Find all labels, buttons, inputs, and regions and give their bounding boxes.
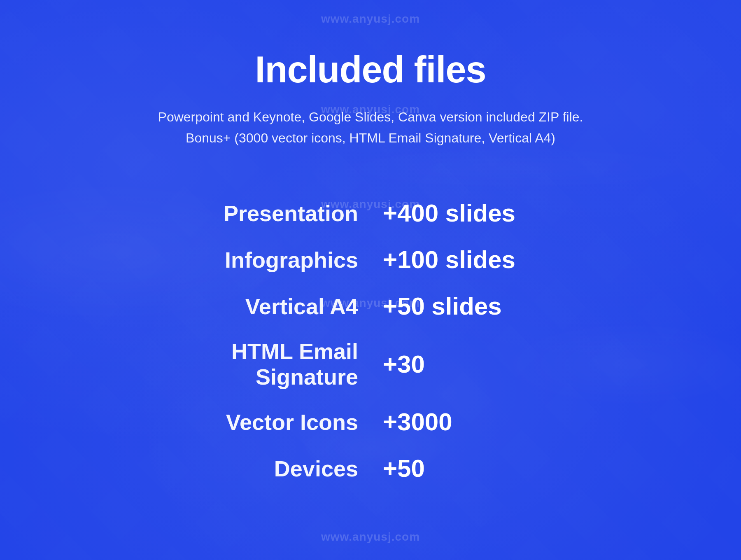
- item-label: Infographics: [185, 247, 358, 273]
- subtitle-line2: Bonus+ (3000 vector icons, HTML Email Si…: [186, 131, 555, 145]
- table-row: Presentation+400 slides: [185, 190, 556, 236]
- included-files-table: Presentation+400 slidesInfographics+100 …: [185, 190, 556, 492]
- item-value: +3000: [358, 408, 556, 436]
- item-label: Presentation: [185, 201, 358, 226]
- table-row: Vector Icons+3000: [185, 399, 556, 445]
- main-content: Included files Powerpoint and Keynote, G…: [0, 0, 741, 560]
- item-value: +400 slides: [358, 199, 556, 227]
- item-label: Vector Icons: [185, 409, 358, 435]
- subtitle-line1: Powerpoint and Keynote, Google Slides, C…: [158, 110, 583, 124]
- item-label: Devices: [185, 456, 358, 481]
- table-row: Vertical A4+50 slides: [185, 283, 556, 329]
- item-label: Vertical A4: [185, 294, 358, 319]
- table-row: Devices+50: [185, 445, 556, 492]
- subtitle: Powerpoint and Keynote, Google Slides, C…: [158, 107, 583, 149]
- table-row: Infographics+100 slides: [185, 236, 556, 283]
- item-value: +30: [358, 350, 556, 378]
- item-value: +50 slides: [358, 292, 556, 320]
- table-row: HTML Email Signature+30: [185, 329, 556, 399]
- page-title: Included files: [255, 49, 486, 90]
- item-value: +100 slides: [358, 245, 556, 274]
- item-value: +50: [358, 454, 556, 483]
- item-label: HTML Email Signature: [185, 338, 358, 390]
